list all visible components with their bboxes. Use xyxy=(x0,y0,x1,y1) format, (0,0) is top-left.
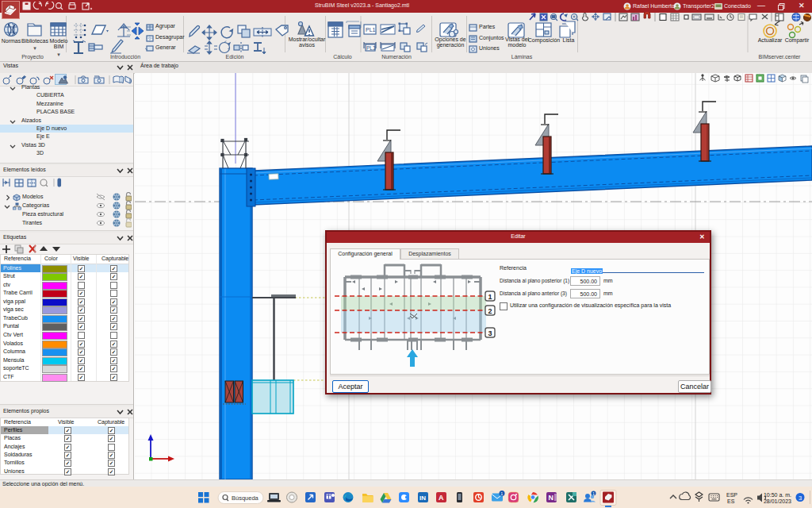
svg-text:2: 2 xyxy=(488,307,492,315)
svg-text:28/01/2023: 28/01/2023 xyxy=(764,498,791,504)
svg-text:3: 3 xyxy=(799,495,802,502)
svg-text:PL1: PL1 xyxy=(366,27,376,33)
svg-text:A: A xyxy=(439,494,444,502)
svg-text:ESP: ESP xyxy=(726,492,737,498)
svg-text:1: 1 xyxy=(488,293,492,301)
svg-text:3: 3 xyxy=(488,329,492,337)
svg-text:ES: ES xyxy=(727,498,735,504)
svg-text:PL3: PL3 xyxy=(366,45,376,51)
svg-text:10:50 a. m.: 10:50 a. m. xyxy=(764,492,791,498)
svg-text:1: 1 xyxy=(500,491,503,496)
svg-text:IN: IN xyxy=(419,495,426,502)
svg-text:Búsqueda: Búsqueda xyxy=(232,495,259,502)
svg-text:N: N xyxy=(549,494,554,502)
svg-text:1: 1 xyxy=(592,491,595,496)
